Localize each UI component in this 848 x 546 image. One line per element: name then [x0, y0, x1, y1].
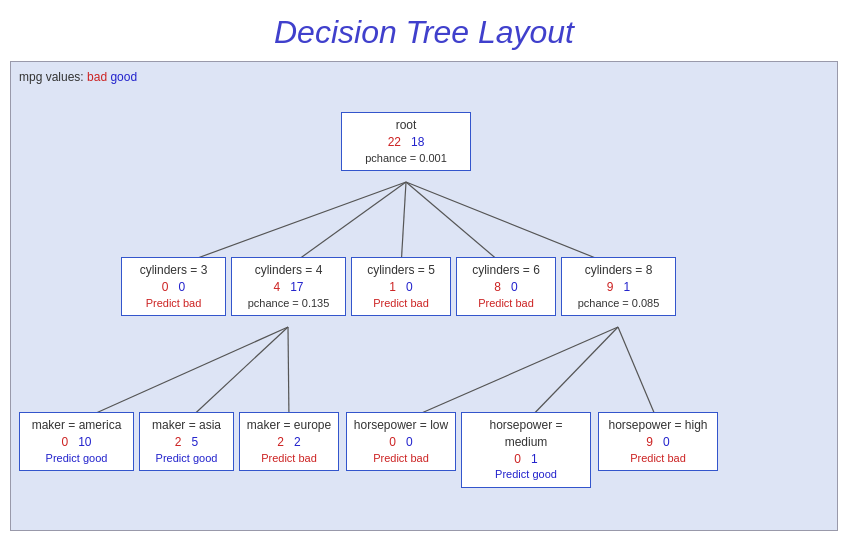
node-hp-low: horsepower = low 0 0 Predict bad — [346, 412, 456, 471]
node-cyl3: cylinders = 3 0 0 Predict bad — [121, 257, 226, 316]
cyl8-pchance: pchance = 0.085 — [568, 296, 669, 311]
hp-low-bad: 0 — [389, 435, 396, 449]
hp-low-good: 0 — [406, 435, 413, 449]
maker-america-predict: Predict good — [26, 451, 127, 466]
legend: mpg values: bad good — [19, 70, 829, 84]
maker-europe-title: maker = europe — [246, 417, 332, 434]
hp-high-predict: Predict bad — [605, 451, 711, 466]
root-bad: 22 — [388, 135, 401, 149]
page-title: Decision Tree Layout — [0, 0, 848, 61]
svg-line-0 — [173, 182, 406, 267]
node-hp-medium: horsepower = medium 0 1 Predict good — [461, 412, 591, 488]
svg-line-10 — [618, 327, 658, 422]
legend-label: mpg values: — [19, 70, 84, 84]
cyl3-good: 0 — [179, 280, 186, 294]
svg-line-5 — [76, 327, 288, 422]
maker-asia-title: maker = asia — [146, 417, 227, 434]
node-cyl5: cylinders = 5 1 0 Predict bad — [351, 257, 451, 316]
cyl4-pchance: pchance = 0.135 — [238, 296, 339, 311]
node-cyl8: cylinders = 8 9 1 pchance = 0.085 — [561, 257, 676, 316]
cyl3-bad: 0 — [162, 280, 169, 294]
svg-line-3 — [406, 182, 506, 267]
hp-medium-bad: 0 — [514, 452, 521, 466]
maker-america-title: maker = america — [26, 417, 127, 434]
svg-line-1 — [288, 182, 406, 267]
svg-line-9 — [526, 327, 618, 422]
svg-line-8 — [401, 327, 618, 422]
svg-line-2 — [401, 182, 406, 267]
cyl8-good: 1 — [624, 280, 631, 294]
maker-asia-bad: 2 — [175, 435, 182, 449]
hp-medium-title: horsepower = medium — [468, 417, 584, 451]
cyl5-title: cylinders = 5 — [358, 262, 444, 279]
hp-low-predict: Predict bad — [353, 451, 449, 466]
node-maker-asia: maker = asia 2 5 Predict good — [139, 412, 234, 471]
hp-low-title: horsepower = low — [353, 417, 449, 434]
maker-asia-good: 5 — [192, 435, 199, 449]
cyl6-title: cylinders = 6 — [463, 262, 549, 279]
root-pchance: pchance = 0.001 — [348, 151, 464, 166]
cyl4-bad: 4 — [273, 280, 280, 294]
maker-europe-bad: 2 — [277, 435, 284, 449]
hp-high-bad: 9 — [646, 435, 653, 449]
cyl3-title: cylinders = 3 — [128, 262, 219, 279]
cyl8-title: cylinders = 8 — [568, 262, 669, 279]
root-good: 18 — [411, 135, 424, 149]
cyl5-bad: 1 — [389, 280, 396, 294]
cyl8-bad: 9 — [607, 280, 614, 294]
maker-europe-predict: Predict bad — [246, 451, 332, 466]
node-maker-europe: maker = europe 2 2 Predict bad — [239, 412, 339, 471]
maker-america-bad: 0 — [61, 435, 68, 449]
legend-bad: bad — [87, 70, 107, 84]
cyl4-title: cylinders = 4 — [238, 262, 339, 279]
maker-europe-good: 2 — [294, 435, 301, 449]
cyl5-predict: Predict bad — [358, 296, 444, 311]
cyl4-good: 17 — [290, 280, 303, 294]
hp-high-title: horsepower = high — [605, 417, 711, 434]
svg-line-4 — [406, 182, 618, 267]
cyl6-bad: 8 — [494, 280, 501, 294]
cyl5-good: 0 — [406, 280, 413, 294]
cyl3-predict: Predict bad — [128, 296, 219, 311]
hp-medium-predict: Predict good — [468, 467, 584, 482]
maker-america-good: 10 — [78, 435, 91, 449]
svg-line-6 — [186, 327, 288, 422]
node-cyl6: cylinders = 6 8 0 Predict bad — [456, 257, 556, 316]
legend-good: good — [110, 70, 137, 84]
root-title: root — [348, 117, 464, 134]
node-root: root 22 18 pchance = 0.001 — [341, 112, 471, 171]
node-hp-high: horsepower = high 9 0 Predict bad — [598, 412, 718, 471]
svg-line-7 — [288, 327, 289, 422]
cyl6-predict: Predict bad — [463, 296, 549, 311]
hp-high-good: 0 — [663, 435, 670, 449]
cyl6-good: 0 — [511, 280, 518, 294]
node-maker-america: maker = america 0 10 Predict good — [19, 412, 134, 471]
hp-medium-good: 1 — [531, 452, 538, 466]
tree-container: mpg values: bad good root — [10, 61, 838, 531]
node-cyl4: cylinders = 4 4 17 pchance = 0.135 — [231, 257, 346, 316]
maker-asia-predict: Predict good — [146, 451, 227, 466]
